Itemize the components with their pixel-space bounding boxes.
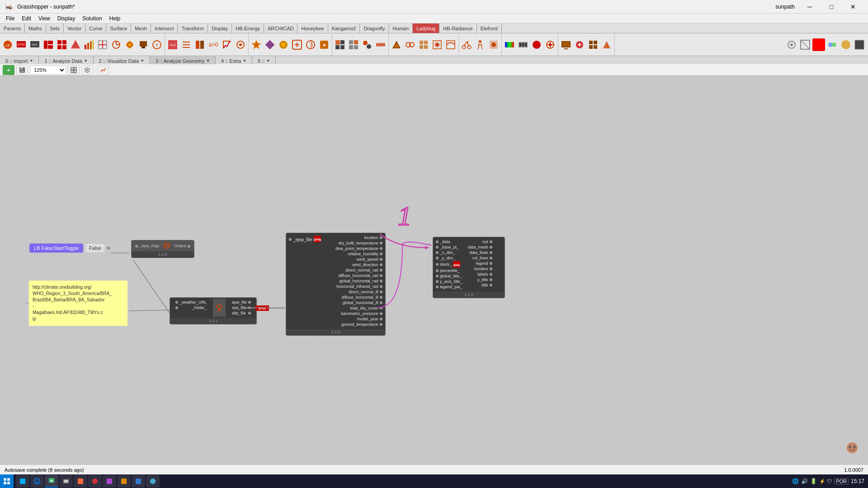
tb-icon-7-1[interactable] [573, 38, 586, 51]
tb-icon-3-0[interactable] [334, 38, 346, 51]
tb-icon-5-1[interactable] [474, 38, 486, 51]
tray-icon-sound[interactable]: 🔊 [801, 478, 808, 484]
tb-icon-1-5[interactable] [234, 38, 247, 51]
tb-icon-2-4[interactable] [304, 38, 317, 51]
taskbar-item-1[interactable]: e [30, 475, 44, 488]
taskbar-item-2[interactable] [45, 475, 58, 488]
tab-kangaroo[interactable]: Kangaroo2 [328, 23, 360, 33]
tab-dragonfly[interactable]: Dragonfly [360, 23, 389, 33]
view-btn-5[interactable] [853, 38, 866, 51]
save-file-btn[interactable] [16, 65, 28, 75]
tab-sets[interactable]: Sets [46, 23, 64, 33]
taskbar-item-7[interactable] [117, 475, 131, 488]
menu-edit[interactable]: Edit [18, 14, 35, 23]
tab-dropdown-analyze-geo[interactable]: ▼ [206, 59, 210, 63]
toggle-label[interactable]: LB FalseStartToggle [29, 244, 83, 253]
tb-icon-2-2[interactable] [277, 38, 290, 51]
tb-icon-6-2[interactable] [530, 38, 543, 51]
canvas-area[interactable]: LB FalseStartToggle False _epw_map Outpu… [0, 76, 868, 465]
tb-icon-3-3[interactable] [374, 38, 387, 51]
view-toggle[interactable] [81, 65, 93, 75]
tb-icon-4-4[interactable] [444, 38, 457, 51]
data-chart-node[interactable]: _data _base_pt_ _x_dim_ _y_dim_ stack_ [433, 237, 505, 298]
text-note[interactable]: http://climate.onebuilding.org/ WHO_Regi… [28, 280, 128, 326]
taskbar-item-6[interactable] [103, 475, 116, 488]
epw-map-node[interactable]: _epw_map Output 1.3.0 [131, 240, 194, 258]
tb-icon-0-1[interactable]: EPW [15, 38, 28, 51]
tb-icon-2-0[interactable] [250, 38, 263, 51]
language-indicator[interactable]: POR [834, 478, 849, 484]
tray-icon-network[interactable]: 🌐 [792, 478, 799, 484]
tb-icon-0-9[interactable] [123, 38, 136, 51]
tab-honeybee[interactable]: Honeybee [297, 23, 328, 33]
tab-dropdown-analyze[interactable]: ▼ [84, 59, 88, 63]
tb-icon-0-7[interactable] [96, 38, 109, 51]
tb-icon-7-2[interactable] [587, 38, 599, 51]
view-btn-4[interactable] [840, 38, 852, 51]
tb-icon-4-2[interactable] [417, 38, 430, 51]
tb-icon-2-1[interactable] [264, 38, 276, 51]
view-btn-0[interactable] [785, 38, 798, 51]
tb-icon-2-5[interactable]: ★ [318, 38, 330, 51]
tb-icon-5-2[interactable] [487, 38, 500, 51]
maximize-button[interactable]: □ [821, 0, 842, 14]
tab-params[interactable]: Params [0, 23, 25, 33]
tb-icon-1-2[interactable] [193, 38, 206, 51]
tb-icon-5-0[interactable] [460, 38, 473, 51]
tab-transform[interactable]: Transform [178, 23, 208, 33]
zoom-select[interactable]: 125% 100% 75% 150% [30, 66, 66, 75]
view-btn-3[interactable] [826, 38, 839, 51]
tb-icon-0-3[interactable] [42, 38, 55, 51]
tb-icon-1-4[interactable] [221, 38, 233, 51]
view-btn-1[interactable] [799, 38, 811, 51]
tab-display[interactable]: Display [208, 23, 232, 33]
tb-icon-1-3[interactable]: a>0 [207, 38, 220, 51]
sketch-toggle[interactable] [97, 65, 109, 75]
tray-icon-1[interactable]: ⚡ [819, 479, 826, 484]
tb-icon-4-0[interactable] [390, 38, 403, 51]
view-btn-2[interactable] [812, 38, 825, 51]
tab-dropdown-visualize[interactable]: ▼ [141, 59, 144, 63]
tab-maths[interactable]: Maths [25, 23, 46, 33]
tb-icon-4-3[interactable] [431, 38, 443, 51]
tb-icon-7-3[interactable] [600, 38, 613, 51]
tb-icon-1-0[interactable]: 010 [166, 38, 179, 51]
start-button[interactable] [0, 474, 14, 488]
tb-icon-3-2[interactable] [361, 38, 373, 51]
tb-icon-2-3[interactable] [291, 38, 303, 51]
fit-view-btn[interactable] [68, 65, 80, 75]
tab-surface[interactable]: Surface [106, 23, 131, 33]
tb-icon-1-1[interactable] [180, 38, 193, 51]
tb-icon-0-11[interactable]: T [151, 38, 163, 51]
toggle-node[interactable]: LB FalseStartToggle False [29, 243, 110, 253]
tab-curve[interactable]: Curve [85, 23, 106, 33]
tab-vector[interactable]: Vector [64, 23, 85, 33]
new-file-btn[interactable] [3, 65, 14, 75]
tb-icon-0-5[interactable] [69, 38, 82, 51]
tb-icon-3-1[interactable] [347, 38, 360, 51]
menu-display[interactable]: Display [54, 14, 79, 23]
epw-reader-node[interactable]: _epw_file EPW location dry_bulb_temperat… [286, 233, 386, 336]
tab-ladybug[interactable]: Ladybug [413, 23, 439, 33]
tb-icon-6-1[interactable] [517, 38, 529, 51]
tab-dropdown-5[interactable]: ▼ [266, 59, 270, 63]
close-button[interactable]: ✕ [843, 0, 863, 14]
tb-icon-0-6[interactable] [83, 38, 95, 51]
tab-mesh[interactable]: Mesh [131, 23, 151, 33]
tab-hbenergy[interactable]: HB-Energy [232, 23, 264, 33]
tb-icon-0-10[interactable] [137, 38, 150, 51]
tab-hbradiance[interactable]: HB-Radiance [439, 23, 476, 33]
tab-dropdown-extra[interactable]: ▼ [243, 59, 246, 63]
menu-view[interactable]: View [35, 14, 54, 23]
menu-help[interactable]: Help [106, 14, 124, 23]
taskbar-item-9[interactable] [146, 475, 160, 488]
tab-intersect[interactable]: Intersect [151, 23, 178, 33]
taskbar-item-0[interactable] [16, 475, 29, 488]
menu-solution[interactable]: Solution [79, 14, 105, 23]
taskbar-item-5[interactable] [88, 475, 102, 488]
tb-icon-0-2[interactable]: DDY [28, 38, 41, 51]
menu-file[interactable]: File [2, 14, 18, 23]
tab-elefront[interactable]: Elefront [477, 23, 502, 33]
tray-icon-2[interactable]: 🛡 [827, 479, 832, 484]
tb-icon-4-1[interactable] [404, 38, 416, 51]
